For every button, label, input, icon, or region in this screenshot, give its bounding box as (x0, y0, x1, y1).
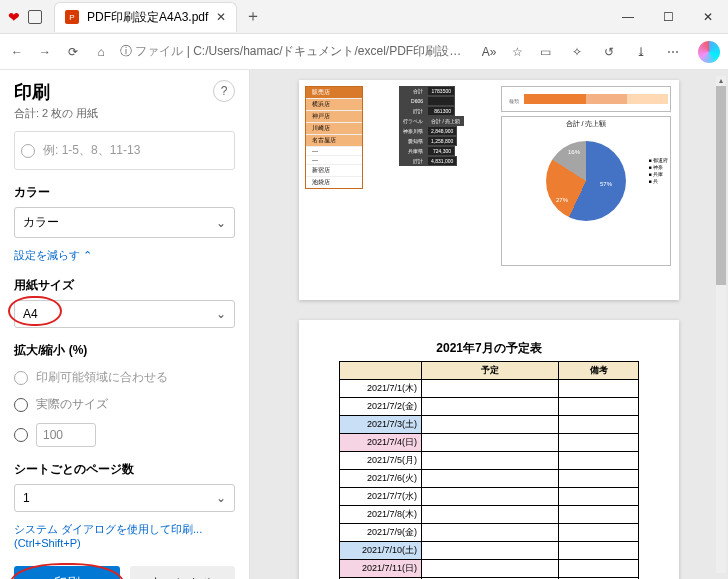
chevron-down-icon: ⌄ (216, 307, 226, 321)
print-button[interactable]: 印刷 (14, 566, 120, 579)
color-select[interactable]: カラー ⌄ (14, 207, 235, 238)
browser-tab[interactable]: P PDF印刷設定A4A3.pdf ✕ (54, 2, 237, 32)
cancel-button[interactable]: キャンセル (130, 566, 236, 579)
chevron-down-icon: ⌄ (216, 216, 226, 230)
address-bar: ← → ⟳ ⌂ ⓘ ファイル | C:/Users/hamac/ドキュメント/e… (0, 34, 728, 70)
less-settings-link[interactable]: 設定を減らす ⌃ (14, 248, 92, 263)
pages-example-input[interactable]: 例: 1-5、8、11-13 (43, 138, 228, 163)
schedule-title: 2021年7月の予定表 (317, 340, 661, 357)
pdf-icon: P (65, 10, 79, 24)
panel-subtitle: 合計: 2 枚の 用紙 (14, 106, 98, 121)
mini-bar-chart: 種類 (501, 86, 671, 112)
scale-custom-input[interactable]: 100 (36, 423, 96, 447)
home-icon[interactable]: ⌂ (92, 45, 110, 59)
mini-pie-chart: 合計 / 売上額 57% 27% 16% ■ 都道府■ 神奈■ 兵庫■ 兵 (501, 116, 671, 266)
preview-page-1: 販売店 横浜店神戸店川崎店名古屋店——新宿店池袋店 合計1783500D606貯… (299, 80, 679, 300)
mini-table-header: 販売店 (306, 87, 362, 98)
help-button[interactable]: ? (213, 80, 235, 102)
scale-label: 拡大/縮小 (%) (14, 342, 235, 359)
copilot-icon[interactable] (698, 41, 720, 63)
system-dialog-link[interactable]: システム ダイアログを使用して印刷... (Ctrl+Shift+P) (14, 522, 235, 549)
paper-size-select[interactable]: A4 ⌄ (14, 300, 235, 328)
paper-size-label: 用紙サイズ (14, 277, 235, 294)
preview-scrollbar[interactable]: ▴ (716, 76, 726, 573)
scale-fit-radio[interactable] (14, 371, 28, 385)
panel-title: 印刷 (14, 80, 98, 104)
color-label: カラー (14, 184, 235, 201)
more-icon[interactable]: ⋯ (664, 45, 682, 59)
minimize-button[interactable]: — (608, 0, 648, 34)
pps-label: シートごとのページ数 (14, 461, 235, 478)
chevron-down-icon: ⌄ (216, 491, 226, 505)
address-field[interactable]: ⓘ ファイル | C:/Users/hamac/ドキュメント/excel/PDF… (120, 43, 470, 60)
history-icon[interactable]: ↺ (600, 45, 618, 59)
tab-title: PDF印刷設定A4A3.pdf (87, 9, 208, 26)
print-preview[interactable]: 販売店 横浜店神戸店川崎店名古屋店——新宿店池袋店 合計1783500D606貯… (250, 70, 728, 579)
extensions-icon[interactable]: ✧ (568, 45, 586, 59)
new-tab-button[interactable]: ＋ (245, 6, 261, 27)
refresh-icon[interactable]: ⟳ (64, 45, 82, 59)
downloads-icon[interactable]: ⤓ (632, 45, 650, 59)
scale-fit-label: 印刷可能領域に合わせる (36, 369, 168, 386)
collections-icon[interactable]: ▭ (536, 45, 554, 59)
scale-custom-radio[interactable] (14, 428, 28, 442)
scale-actual-radio[interactable] (14, 398, 28, 412)
workspace-icon[interactable] (28, 10, 42, 24)
pps-select[interactable]: 1 ⌄ (14, 484, 235, 512)
schedule-table: 予定 備考 2021/7/1(木)2021/7/2(金)2021/7/3(土)2… (339, 361, 639, 579)
close-tab-icon[interactable]: ✕ (216, 10, 226, 24)
close-window-button[interactable]: ✕ (688, 0, 728, 34)
titlebar: ❤ P PDF印刷設定A4A3.pdf ✕ ＋ — ☐ ✕ (0, 0, 728, 34)
favorite-icon[interactable]: ☆ (508, 45, 526, 59)
preview-page-2: 2021年7月の予定表 予定 備考 2021/7/1(木)2021/7/2(金)… (299, 320, 679, 579)
info-icon: ⓘ (120, 44, 135, 58)
maximize-button[interactable]: ☐ (648, 0, 688, 34)
app-icon: ❤ (8, 9, 20, 25)
scale-actual-label: 実際のサイズ (36, 396, 108, 413)
print-panel: 印刷 合計: 2 枚の 用紙 ? 例: 1-5、8、11-13 カラー カラー … (0, 70, 250, 579)
forward-icon: → (36, 45, 54, 59)
read-aloud-icon[interactable]: A» (480, 45, 498, 59)
pages-custom-radio[interactable] (21, 144, 35, 158)
back-icon[interactable]: ← (8, 45, 26, 59)
